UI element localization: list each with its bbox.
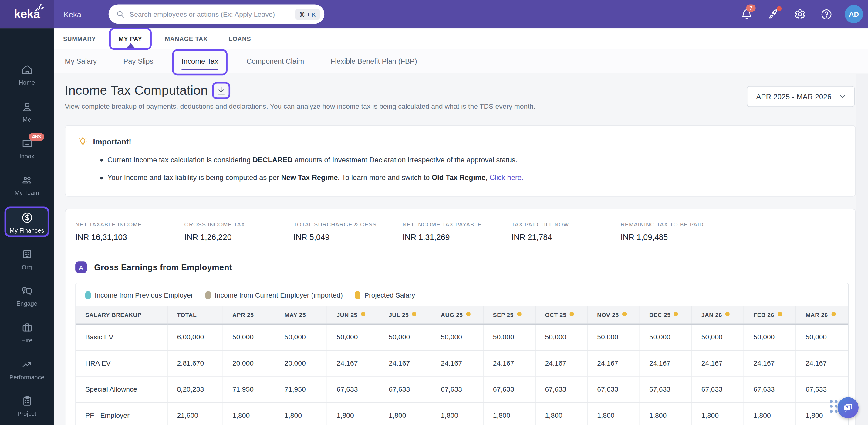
column-header-sep-25: SEP 25 (483, 306, 535, 324)
subtab-my-salary[interactable]: My Salary (65, 57, 96, 65)
tutorial-highlight-box: Income Tax (172, 49, 227, 75)
row-month-value: 67,633 (535, 376, 588, 402)
tab-loans[interactable]: LOANS (228, 35, 251, 42)
column-header-salary-breakup: SALARY BREAKUP (76, 306, 167, 324)
stat-value: INR 1,31,269 (402, 233, 511, 241)
table-row-hra-ev: HRA EV2,81,67020,00020,00024,16724,16724… (76, 350, 848, 376)
row-month-value: 67,633 (587, 376, 640, 402)
scrollbar-gutter[interactable] (856, 74, 868, 425)
keka-logo[interactable]: keka (0, 0, 54, 28)
bell-button[interactable]: 7 (741, 8, 753, 20)
sidebar-item-project[interactable]: Project (0, 395, 54, 417)
row-month-value: 1,800 (379, 402, 431, 425)
salary-breakup-card: Income from Previous EmployerIncome from… (75, 283, 848, 425)
row-month-value: 67,633 (640, 376, 692, 402)
tab-summary[interactable]: SUMMARY (63, 35, 96, 42)
subtab-income-tax[interactable]: Income Tax (181, 57, 218, 65)
page-subtitle: View complete breakup of payments, deduc… (65, 102, 535, 111)
table-row-basic-ev: Basic EV6,00,00050,00050,00050,00050,000… (76, 324, 848, 350)
row-month-value: 1,800 (535, 402, 588, 425)
legend-color-chip (206, 292, 211, 299)
projected-month-dot (831, 312, 836, 316)
sidebar-item-home[interactable]: Home (0, 64, 54, 86)
subtab-flexible-benefit-plan-fbp-[interactable]: Flexible Benefit Plan (FBP) (331, 57, 417, 65)
inbox-count-badge: 463 (29, 133, 44, 141)
sidebar-item-my-finances[interactable]: My Finances (0, 212, 54, 234)
section-badge: A (75, 262, 87, 273)
sidebar-item-me[interactable]: Me (0, 101, 54, 123)
drag-handle[interactable] (830, 400, 838, 413)
stat-net-income-tax-payable: NET INCOME TAX PAYABLEINR 1,31,269 (402, 222, 511, 242)
home-icon (21, 64, 33, 76)
tab-manage-tax[interactable]: MANAGE TAX (165, 35, 208, 42)
sidebar-item-org[interactable]: Org (0, 248, 54, 270)
column-header-jun-25: JUN 25 (327, 306, 379, 324)
legend-item: Projected Salary (355, 292, 415, 299)
subtab-component-claim[interactable]: Component Claim (246, 57, 304, 65)
projected-month-dot (361, 312, 365, 316)
main-area: SUMMARYMY PAYMANAGE TAXLOANS My SalaryPa… (54, 28, 868, 425)
row-month-value: 50,000 (379, 324, 431, 350)
legend-label: Income from Current Employer (imported) (215, 292, 343, 299)
sidebar-item-inbox[interactable]: Inbox463 (0, 138, 54, 160)
whats-new-dot-badge (777, 6, 781, 11)
sidebar-item-my-team[interactable]: My Team (0, 174, 54, 196)
tab-my-pay[interactable]: MY PAY (119, 35, 142, 42)
column-header-oct-25: OCT 25 (535, 306, 588, 324)
support-chat-button[interactable]: ? (838, 397, 859, 418)
financial-year-dropdown[interactable]: APR 2025 - MAR 2026 (747, 86, 855, 107)
search-shortcut-badge: ⌘ + K (295, 8, 320, 20)
stat-label: NET INCOME TAX PAYABLE (402, 222, 511, 228)
row-month-value: 50,000 (692, 324, 744, 350)
legend-item: Income from Current Employer (imported) (206, 292, 343, 299)
sidebar-item-hire[interactable]: Hire (0, 321, 54, 343)
section-title: Gross Earnings from Employment (94, 263, 232, 272)
row-month-value: 50,000 (587, 324, 640, 350)
download-icon (217, 86, 226, 95)
projected-month-dot (466, 312, 471, 316)
active-subtab-underline (181, 69, 218, 70)
sidebar-item-engage[interactable]: Engage (0, 285, 54, 307)
projected-month-dot (517, 312, 522, 316)
row-label: Basic EV (76, 324, 167, 350)
row-label: HRA EV (76, 350, 167, 376)
global-search-input[interactable]: Search employees or actions (Ex: Apply L… (108, 5, 324, 24)
row-month-value: 24,167 (483, 350, 535, 376)
download-button[interactable] (212, 82, 230, 99)
me-icon (21, 101, 33, 113)
row-month-value: 24,167 (692, 350, 744, 376)
stat-label: GROSS INCOME TAX (184, 222, 293, 228)
stat-label: NET TAXABLE INCOME (75, 222, 184, 228)
stat-value: INR 1,09,485 (620, 233, 730, 241)
subtab-pay-slips[interactable]: Pay Slips (123, 57, 154, 65)
sidebar-item-label: Project (0, 411, 54, 417)
avatar[interactable]: AD (845, 5, 863, 23)
rocket-button[interactable] (767, 8, 779, 20)
main-tabbar: SUMMARYMY PAYMANAGE TAXLOANS (54, 28, 868, 49)
column-header-jan-26: JAN 26 (692, 306, 744, 324)
table-row-special-allownce: Special Allownce8,20,23371,95071,95067,6… (76, 376, 848, 402)
row-month-value: 1,800 (431, 402, 483, 425)
row-month-value: 1,800 (744, 402, 796, 425)
sidebar-item-label: Hire (0, 337, 54, 343)
stat-remaining-tax-to-be-paid: REMAINING TAX TO BE PAIDINR 1,09,485 (620, 222, 730, 242)
projected-month-dot (570, 312, 574, 316)
financial-year-value: APR 2025 - MAR 2026 (756, 92, 831, 100)
engage-icon (21, 285, 33, 297)
gear-button[interactable] (794, 8, 806, 20)
click-here-link[interactable]: Click here. (490, 173, 524, 182)
column-header-total: TOTAL (167, 306, 223, 324)
finances-icon (21, 212, 33, 224)
help-button[interactable] (820, 8, 833, 20)
projected-month-dot (674, 312, 678, 316)
sidebar-item-label: Me (0, 116, 54, 123)
legend-item: Income from Previous Employer (85, 292, 193, 299)
topbar-actions: 7 (741, 0, 833, 28)
row-month-value: 50,000 (327, 324, 379, 350)
sidebar-item-performance[interactable]: Performance (0, 359, 54, 381)
row-month-value: 24,167 (744, 350, 796, 376)
row-month-value: 67,633 (431, 376, 483, 402)
stat-value: INR 5,049 (293, 233, 402, 241)
legend-label: Projected Salary (364, 292, 415, 299)
app-title: Keka (64, 10, 81, 19)
